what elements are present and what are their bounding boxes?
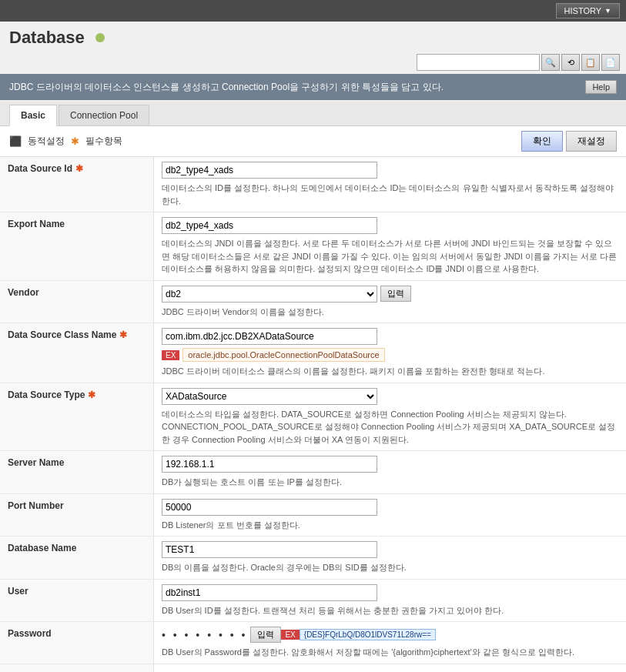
field-export-name: Export Name 데이터소스의 JNDI 이름을 설정한다. 서로 다른 …	[0, 212, 626, 281]
value-data-source-class-name: EX oracle.jdbc.pool.OracleConnectionPool…	[154, 323, 626, 383]
value-password: • • • • • • • • 입력 EX {DES}FQrLbQ/D8O1lD…	[154, 622, 626, 664]
search-input[interactable]	[417, 54, 540, 71]
confirm-button[interactable]: 확인	[521, 131, 563, 152]
action-right: 확인 재설정	[521, 131, 617, 152]
top-bar: HISTORY	[0, 0, 626, 22]
password-dots: • • • • • • • •	[162, 629, 247, 641]
select-vendor[interactable]: db2	[162, 286, 377, 303]
tab-bar: Basic Connection Pool	[0, 102, 626, 126]
required-fields-label: 필수항목	[85, 135, 122, 148]
action-bar: ⬛ 동적설정 ✱ 필수항목 확인 재설정	[0, 126, 626, 157]
input-port-number[interactable]	[162, 499, 377, 516]
field-database-name: Database Name DB의 이름을 설정한다. Oracle의 경우에는…	[0, 537, 626, 580]
desc-server-name: DB가 실행되는 호스트 이름 또는 IP를 설정한다.	[162, 476, 618, 489]
desc-export-name: 데이터소스의 JNDI 이름을 설정한다. 서로 다른 두 데이터소스가 서로 …	[162, 237, 618, 276]
field-data-source-type: Data Source Type ✱ XADataSource 데이터소스의 타…	[0, 383, 626, 452]
toolbar-btn-2[interactable]: 📋	[581, 54, 600, 71]
value-user: DB User의 ID를 설정한다. 트랜잭션 처리 등을 위해서는 충분한 권…	[154, 580, 626, 622]
label-data-source-type: Data Source Type ✱	[0, 383, 154, 451]
label-password: Password	[0, 622, 154, 664]
page-header: Database	[0, 22, 626, 51]
label-vendor: Vendor	[0, 281, 154, 323]
label-data-source-class-name: Data Source Class Name ✱	[0, 323, 154, 383]
help-button[interactable]: Help	[585, 80, 617, 94]
field-port-number: Port Number DB Listener의 포트 번호를 설정한다.	[0, 494, 626, 537]
vendor-input-button[interactable]: 입력	[380, 286, 411, 302]
desc-user: DB User의 ID를 설정한다. 트랜잭션 처리 등을 위해서는 충분한 권…	[162, 604, 618, 617]
toolbar: 🔍 ⟲ 📋 📄	[0, 51, 626, 74]
page-title-decoration	[95, 33, 105, 42]
field-data-source-class-name: Data Source Class Name ✱ EX oracle.jdbc.…	[0, 323, 626, 383]
dynamic-icon: ⬛	[9, 135, 22, 147]
value-port-number: DB Listener의 포트 번호를 설정한다.	[154, 494, 626, 537]
input-user[interactable]	[162, 584, 377, 601]
required-star-class: ✱	[119, 329, 127, 340]
field-vendor: Vendor db2 입력 JDBC 드라이버 Vendor의 이름을 설정한다…	[0, 281, 626, 324]
label-support-xa-emulation: Support Xa Emulation	[0, 664, 154, 673]
field-user: User DB User의 ID를 설정한다. 트랜잭션 처리 등을 위해서는 …	[0, 580, 626, 623]
xa-checkbox-row	[162, 669, 618, 673]
label-database-name: Database Name	[0, 537, 154, 579]
label-data-source-id: Data Source Id ✱	[0, 157, 154, 212]
reset-button[interactable]: 재설정	[566, 131, 617, 152]
input-data-source-id[interactable]	[162, 162, 377, 179]
field-data-source-id: Data Source Id ✱ 데이터소스의 ID를 설정한다. 하나의 도메…	[0, 157, 626, 212]
desc-database-name: DB의 이름을 설정한다. Oracle의 경우에는 DB의 SID를 설정한다…	[162, 561, 618, 574]
search-button[interactable]: 🔍	[541, 54, 560, 71]
password-input-group: • • • • • • • • 입력 EX {DES}FQrLbQ/D8O1lD…	[162, 627, 618, 643]
toolbar-btn-1[interactable]: ⟲	[561, 54, 580, 71]
class-name-ex-button[interactable]: EX	[162, 350, 179, 360]
value-server-name: DB가 실행되는 호스트 이름 또는 IP를 설정한다.	[154, 451, 626, 493]
vendor-input-group: db2 입력	[162, 286, 618, 303]
info-text: JDBC 드라이버의 데이터소스 인스턴스를 생성하고 Connection P…	[9, 81, 444, 94]
type-select-row: XADataSource	[162, 388, 618, 405]
dynamic-setting-label: 동적설정	[28, 135, 65, 148]
value-data-source-id: 데이터소스의 ID를 설정한다. 하나의 도메인에서 데이터소스 ID는 데이터…	[154, 157, 626, 212]
input-data-source-class-name[interactable]	[162, 328, 377, 345]
required-star: ✱	[75, 163, 83, 174]
tab-connection-pool[interactable]: Connection Pool	[59, 105, 149, 125]
class-name-hint: oracle.jdbc.pool.OracleConnectionPoolDat…	[182, 348, 384, 362]
value-database-name: DB의 이름을 설정한다. Oracle의 경우에는 DB의 SID를 설정한다…	[154, 537, 626, 579]
password-input-button[interactable]: 입력	[250, 627, 281, 643]
action-left: ⬛ 동적설정 ✱ 필수항목	[9, 135, 122, 148]
input-database-name[interactable]	[162, 541, 377, 558]
desc-data-source-type: 데이터소스의 타입을 설정한다. DATA_SOURCE로 설정하면 Conne…	[162, 408, 618, 446]
field-support-xa-emulation: Support Xa Emulation [default: false] Co…	[0, 664, 626, 673]
select-data-source-type[interactable]: XADataSource	[162, 388, 377, 405]
main-content: Data Source Id ✱ 데이터소스의 ID를 설정한다. 하나의 도메…	[0, 157, 626, 672]
value-data-source-type: XADataSource 데이터소스의 타입을 설정한다. DATA_SOURC…	[154, 383, 626, 451]
tab-basic[interactable]: Basic	[9, 105, 57, 126]
value-support-xa-emulation: [default: false] Connection Pool 데이터소스 타…	[154, 664, 626, 673]
label-server-name: Server Name	[0, 451, 154, 493]
history-button[interactable]: HISTORY	[556, 3, 620, 18]
desc-port-number: DB Listener의 포트 번호를 설정한다.	[162, 519, 618, 532]
desc-data-source-id: 데이터소스의 ID를 설정한다. 하나의 도메인에서 데이터소스 ID는 데이터…	[162, 182, 618, 207]
desc-password: DB User의 Password를 설정한다. 암호화해서 저장할 때에는 '…	[162, 646, 618, 659]
value-vendor: db2 입력 JDBC 드라이버 Vendor의 이름을 설정한다.	[154, 281, 626, 323]
input-export-name[interactable]	[162, 217, 377, 234]
desc-data-source-class-name: JDBC 드라이버 데이터소스 클래스의 이름을 설정한다. 패키지 이름을 포…	[162, 365, 618, 378]
info-bar: JDBC 드라이버의 데이터소스 인스턴스를 생성하고 Connection P…	[0, 74, 626, 100]
value-export-name: 데이터소스의 JNDI 이름을 설정한다. 서로 다른 두 데이터소스가 서로 …	[154, 212, 626, 280]
page-title: Database	[9, 28, 85, 48]
required-star-type: ✱	[88, 389, 95, 400]
toolbar-btn-3[interactable]: 📄	[601, 54, 620, 71]
desc-vendor: JDBC 드라이버 Vendor의 이름을 설정한다.	[162, 306, 618, 319]
encrypted-hint: {DES}FQrLbQ/D8O1lDVS71L28rw==	[300, 629, 436, 640]
label-export-name: Export Name	[0, 212, 154, 280]
input-server-name[interactable]	[162, 456, 377, 473]
field-password: Password • • • • • • • • 입력 EX {DES}FQrL…	[0, 622, 626, 664]
required-icon: ✱	[71, 135, 79, 147]
field-server-name: Server Name DB가 실행되는 호스트 이름 또는 IP를 설정한다.	[0, 451, 626, 494]
label-port-number: Port Number	[0, 494, 154, 537]
password-ex-button[interactable]: EX	[281, 630, 299, 640]
label-user: User	[0, 580, 154, 622]
